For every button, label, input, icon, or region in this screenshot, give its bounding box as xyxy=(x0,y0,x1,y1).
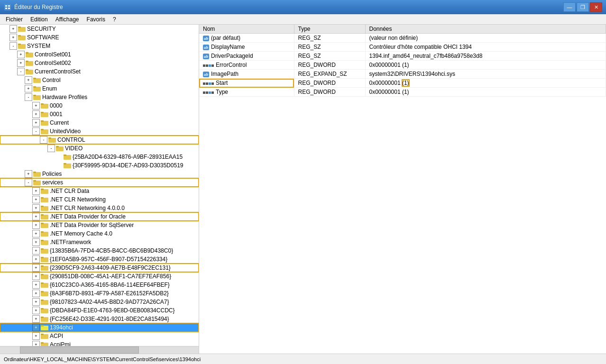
restore-button[interactable]: ❐ xyxy=(577,2,589,12)
table-row[interactable]: StartREG_DWORD0x00000001 (1) xyxy=(199,79,606,88)
tree-node-guid13835[interactable]: + {13835B6A-7FD4-4CB5-B4CC-6BC6B9D438C0} xyxy=(0,246,199,255)
tree-node-video[interactable]: - VIDEO xyxy=(0,144,199,153)
tree-node-controlset001[interactable]: + ControlSet001 xyxy=(0,50,199,59)
tree-node-current[interactable]: + Current xyxy=(0,118,199,127)
tree-node-software[interactable]: + SOFTWARE xyxy=(0,33,199,42)
tree-node-guidfc256[interactable]: + {FC256E42-D33E-4291-9201-8DE2CA815494} xyxy=(0,315,199,323)
expand-netdataoracle[interactable]: + xyxy=(32,213,40,220)
tree-node-netframework[interactable]: + .NETFramework xyxy=(0,238,199,246)
label-netclrnetwork4: .NET CLR Networking 4.0.0.0 xyxy=(50,205,125,211)
expand-guid1ef0a[interactable]: + xyxy=(32,255,40,263)
registry-tree[interactable]: + SECURITY + SOFTWARE xyxy=(0,25,199,354)
expand-guid610c23[interactable]: + xyxy=(32,281,40,289)
table-row[interactable]: ErrorControlREG_DWORD0x00000001 (1) xyxy=(199,61,606,70)
table-row[interactable]: TypeREG_DWORD0x00000001 (1) xyxy=(199,88,606,97)
tree-node-guid239d5[interactable]: + {239D5CF9-2A63-4409-AE7B-E48F9C2EC131} xyxy=(0,264,199,272)
expand-guid98107[interactable]: + xyxy=(32,298,40,306)
svg-rect-43 xyxy=(33,180,36,182)
tree-node-acpi[interactable]: + ACPI xyxy=(0,332,199,340)
tree-node-netclrnetwork4[interactable]: + .NET CLR Networking 4.0.0.0 xyxy=(0,204,199,212)
tree-node-control-uv[interactable]: - CONTROL xyxy=(0,136,199,144)
label-guid290851: {290851DB-008C-45A1-AEF1-CA7EF7EAF856} xyxy=(50,273,171,280)
table-row[interactable]: abDisplayNameREG_SZContrôleur d'hôte com… xyxy=(199,43,606,52)
tree-node-security[interactable]: + SECURITY xyxy=(0,25,199,33)
tree-node-hwprofiles[interactable]: - Hardware Profiles xyxy=(0,93,199,101)
tree-node-guid1[interactable]: {25BA20D4-6329-4876-A9BF-28931EAA15 xyxy=(0,153,199,161)
tree-node-currentcontrolset[interactable]: - CurrentControlSet xyxy=(0,67,199,76)
table-row[interactable]: ab(par défaut)REG_SZ(valeur non définie) xyxy=(199,34,606,43)
expand-control[interactable]: + xyxy=(25,76,32,84)
expand-controlset001[interactable]: + xyxy=(17,51,25,58)
expand-0001[interactable]: + xyxy=(32,110,40,118)
svg-rect-33 xyxy=(48,137,51,139)
tree-node-system[interactable]: - SYSTEM xyxy=(0,42,199,50)
tree-node-0001[interactable]: + 0001 xyxy=(0,110,199,118)
menu-favoris[interactable]: Favoris xyxy=(83,15,109,24)
expand-netmemcache[interactable]: + xyxy=(32,230,40,237)
expand-system[interactable]: - xyxy=(9,42,17,50)
tree-node-netclrdata[interactable]: + .NET CLR Data xyxy=(0,187,199,195)
expand-netframework[interactable]: + xyxy=(32,238,40,246)
expand-software[interactable]: + xyxy=(9,34,17,41)
svg-rect-55 xyxy=(41,231,44,233)
tree-node-services[interactable]: - services xyxy=(0,178,199,187)
expand-spacer-guid2 xyxy=(55,162,63,169)
expand-policies[interactable]: + xyxy=(25,170,32,178)
menu-edition[interactable]: Edition xyxy=(27,15,52,24)
tree-node-netdataoracle[interactable]: + .NET Data Provider for Oracle xyxy=(0,212,199,221)
tree-node-netdatasql[interactable]: + .NET Data Provider for SqlServer xyxy=(0,221,199,229)
expand-0000[interactable]: + xyxy=(32,102,40,109)
expand-netdatasql[interactable]: + xyxy=(32,221,40,229)
menu-fichier[interactable]: Fichier xyxy=(2,15,27,24)
tree-node-netclrnetwork[interactable]: + .NET CLR Networking xyxy=(0,195,199,204)
label-control-uv: CONTROL xyxy=(57,136,85,143)
folder-icon-guiddbda xyxy=(41,307,48,314)
expand-hwprofiles[interactable]: - xyxy=(25,93,32,101)
table-row[interactable]: abImagePathREG_EXPAND_SZsystem32\DRIVERS… xyxy=(199,70,606,79)
expand-unitedvideo[interactable]: - xyxy=(32,127,40,135)
svg-rect-13 xyxy=(26,52,28,54)
expand-services[interactable]: - xyxy=(25,179,32,186)
tree-node-guid290851[interactable]: + {290851DB-008C-45A1-AEF1-CA7EF7EAF856} xyxy=(0,272,199,281)
tree-node-controlset002[interactable]: + ControlSet002 xyxy=(0,59,199,67)
close-button[interactable]: ✕ xyxy=(590,2,602,12)
tree-node-unitedvideo[interactable]: - UnitedVideo xyxy=(0,127,199,136)
tree-node-guid1ef0a[interactable]: + {1EF0A5B9-957C-456F-B907-D57154226334} xyxy=(0,255,199,264)
expand-controlset002[interactable]: + xyxy=(17,59,25,67)
expand-current[interactable]: + xyxy=(32,119,40,127)
expand-currentcontrolset[interactable]: - xyxy=(17,68,25,75)
tree-node-0000[interactable]: + 0000 xyxy=(0,101,199,110)
expand-guiddbda[interactable]: + xyxy=(32,307,40,314)
table-row[interactable]: abDriverPackageIdREG_SZ1394.inf_amd64_ne… xyxy=(199,52,606,61)
expand-enum[interactable]: + xyxy=(25,85,32,92)
value-type: REG_SZ xyxy=(294,43,365,52)
expand-control-uv[interactable]: - xyxy=(40,136,47,144)
svg-rect-59 xyxy=(41,248,44,250)
tree-node-guid610c23[interactable]: + {610C23C0-A365-4165-8BA6-114EEF64FBEF} xyxy=(0,281,199,289)
minimize-button[interactable]: — xyxy=(563,2,576,12)
expand-guid8a3f6[interactable]: + xyxy=(32,290,40,297)
expand-netclrnetwork4[interactable]: + xyxy=(32,204,40,212)
expand-guidfc256[interactable]: + xyxy=(32,315,40,323)
tree-node-guiddbda[interactable]: + {DBDA84FD-E1E0-4763-9E8D-0EB00834CCDC} xyxy=(0,306,199,315)
expand-netclrdata[interactable]: + xyxy=(32,187,40,195)
tree-node-guid8a3f6[interactable]: + {8A3F6B7D-8931-4F79-A587-E26152FA5DB2} xyxy=(0,289,199,298)
menu-help[interactable]: ? xyxy=(109,15,120,24)
expand-1394ohci[interactable]: + xyxy=(32,324,40,331)
tree-node-enum[interactable]: + Enum xyxy=(0,84,199,93)
expand-guid290851[interactable]: + xyxy=(32,273,40,280)
expand-netclrnetwork[interactable]: + xyxy=(32,196,40,203)
tree-node-control[interactable]: + Control xyxy=(0,76,199,84)
expand-security[interactable]: + xyxy=(9,25,17,33)
tree-node-1394ohci[interactable]: + 1394ohci xyxy=(0,323,199,332)
tree-node-guid98107[interactable]: + {98107823-4A02-4A45-B8D2-9AD772A26CA7} xyxy=(0,298,199,306)
tree-node-policies[interactable]: + Policies xyxy=(0,170,199,178)
menu-affichage[interactable]: Affichage xyxy=(52,15,83,24)
tree-node-guid2[interactable]: {30F59995-9D34-4DE7-AD93-D3035D0519 xyxy=(0,161,199,170)
expand-acpi[interactable]: + xyxy=(32,332,40,340)
tree-node-netmemcache[interactable]: + .NET Memory Cache 4.0 xyxy=(0,229,199,238)
expand-guid239d5[interactable]: + xyxy=(32,264,40,272)
expand-video[interactable]: - xyxy=(47,145,55,152)
svg-rect-9 xyxy=(18,35,21,36)
expand-guid13835[interactable]: + xyxy=(32,247,40,255)
